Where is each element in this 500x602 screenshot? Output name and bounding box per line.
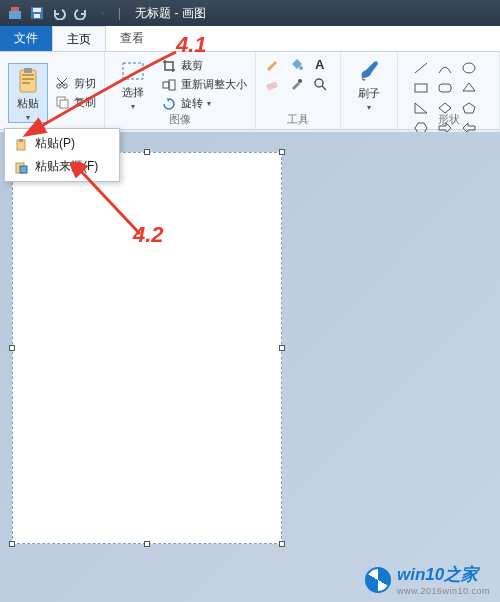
group-label-shapes: 形状 — [398, 112, 499, 127]
annotation-4-2: 4.2 — [133, 222, 164, 248]
window-title: 无标题 - 画图 — [135, 5, 206, 22]
svg-rect-19 — [266, 81, 277, 90]
save-icon[interactable] — [28, 4, 46, 22]
svg-point-17 — [299, 66, 303, 70]
chevron-down-icon: ▾ — [207, 99, 211, 108]
paste-from-icon — [13, 159, 29, 175]
curve-icon[interactable] — [436, 60, 454, 76]
oval-icon[interactable] — [460, 60, 478, 76]
watermark: win10之家 www.2016win10.com — [365, 563, 490, 596]
text-icon[interactable]: A — [312, 56, 328, 72]
svg-point-21 — [315, 79, 323, 87]
svg-rect-24 — [439, 84, 451, 92]
line-icon[interactable] — [412, 60, 430, 76]
brush-label: 刷子 — [358, 86, 380, 101]
brush-button[interactable]: 刷子 ▾ — [349, 56, 389, 112]
magnifier-icon[interactable] — [312, 76, 328, 92]
svg-text:A: A — [315, 57, 325, 71]
svg-point-20 — [298, 79, 302, 83]
svg-rect-23 — [415, 84, 427, 92]
pencil-icon[interactable] — [264, 56, 280, 72]
tab-view[interactable]: 查看 — [106, 26, 158, 51]
tab-file[interactable]: 文件 — [0, 26, 52, 51]
eraser-icon[interactable] — [264, 76, 280, 92]
watermark-brand: win10之家 — [397, 565, 478, 584]
svg-point-22 — [463, 63, 475, 73]
app-icon — [6, 4, 24, 22]
redo-icon[interactable] — [72, 4, 90, 22]
annotation-4-1: 4.1 — [176, 32, 207, 58]
undo-icon[interactable] — [50, 4, 68, 22]
watermark-url: www.2016win10.com — [397, 586, 490, 596]
chevron-down-icon: ▾ — [367, 103, 371, 112]
svg-rect-4 — [34, 14, 40, 18]
polygon-icon[interactable] — [460, 80, 478, 96]
svg-rect-3 — [33, 8, 41, 12]
rect-icon[interactable] — [412, 80, 430, 96]
group-label-tools: 工具 — [256, 112, 340, 127]
svg-marker-25 — [463, 83, 475, 91]
annotation-arrow-1 — [18, 50, 188, 140]
ribbon-tabs: 文件 主页 查看 — [0, 26, 500, 52]
group-tools: A 工具 — [256, 52, 341, 129]
quick-access-toolbar: ▾ — [6, 4, 112, 22]
fill-icon[interactable] — [288, 56, 304, 72]
group-shapes: 形状 — [398, 52, 500, 129]
svg-rect-0 — [9, 11, 21, 19]
tab-home[interactable]: 主页 — [52, 26, 106, 51]
group-brush: 刷子 ▾ — [341, 52, 398, 129]
qat-dropdown-icon[interactable]: ▾ — [94, 4, 112, 22]
title-bar: ▾ | 无标题 - 画图 — [0, 0, 500, 26]
resize-label: 重新调整大小 — [181, 77, 247, 92]
brush-icon — [356, 58, 382, 84]
roundrect-icon[interactable] — [436, 80, 454, 96]
watermark-logo-icon — [365, 567, 391, 593]
svg-rect-1 — [11, 7, 19, 11]
eyedropper-icon[interactable] — [288, 76, 304, 92]
svg-rect-43 — [20, 166, 27, 173]
